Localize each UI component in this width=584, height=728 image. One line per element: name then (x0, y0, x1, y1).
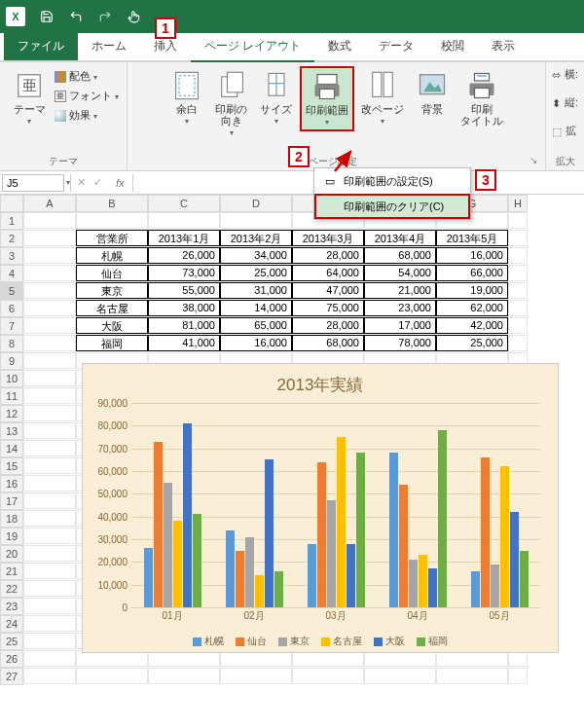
cell[interactable] (23, 563, 76, 579)
cell[interactable]: 34,000 (220, 247, 292, 264)
cell[interactable] (23, 212, 76, 229)
cell[interactable] (23, 370, 76, 386)
cell[interactable]: 14,000 (220, 300, 292, 316)
cell[interactable] (220, 668, 292, 684)
cell[interactable]: 東京 (76, 282, 148, 299)
row-header[interactable]: 1 (0, 212, 23, 230)
cell[interactable]: 81,000 (148, 317, 220, 334)
breaks-button[interactable]: 改ページ▾ (356, 66, 409, 129)
cell[interactable]: 25,000 (436, 335, 508, 351)
cell[interactable]: 2013年2月 (220, 230, 292, 246)
cell[interactable]: 55,000 (148, 282, 220, 299)
cell[interactable]: 2013年3月 (292, 230, 364, 246)
cell[interactable]: 42,000 (436, 317, 508, 334)
column-header[interactable]: H (508, 195, 528, 212)
effects-button[interactable]: 効果▾ (55, 109, 119, 123)
scale-spinner[interactable]: ⬚拡 (552, 125, 576, 138)
row-header[interactable]: 22 (0, 580, 23, 598)
cell[interactable] (23, 282, 76, 299)
cell[interactable] (220, 212, 292, 229)
cell[interactable] (23, 598, 76, 614)
cell[interactable]: 62,000 (436, 300, 508, 316)
cell[interactable] (364, 668, 436, 684)
row-header[interactable]: 13 (0, 422, 23, 440)
tab-formulas[interactable]: 数式 (314, 32, 365, 60)
print-area-button[interactable]: 印刷範囲▾ (300, 66, 354, 131)
tab-review[interactable]: 校閲 (427, 32, 478, 60)
cell[interactable] (508, 247, 528, 264)
column-header[interactable]: C (148, 195, 220, 212)
row-header[interactable]: 10 (0, 370, 23, 387)
cell[interactable]: 21,000 (364, 282, 436, 299)
cell[interactable]: 66,000 (436, 265, 508, 281)
touch-mode-icon[interactable] (127, 9, 142, 24)
cell[interactable]: 福岡 (76, 335, 148, 351)
cell[interactable]: 16,000 (220, 335, 292, 351)
cell[interactable]: 26,000 (148, 247, 220, 264)
cell[interactable]: 38,000 (148, 300, 220, 316)
column-header[interactable]: D (220, 195, 292, 212)
cell[interactable]: 札幌 (76, 247, 148, 264)
row-header[interactable]: 5 (0, 282, 23, 300)
cell[interactable]: 75,000 (292, 300, 364, 316)
cell[interactable] (23, 247, 76, 264)
cell[interactable] (23, 615, 76, 632)
save-icon[interactable] (39, 9, 55, 24)
cell[interactable] (508, 317, 528, 334)
cell[interactable]: 大阪 (76, 317, 148, 334)
name-box[interactable] (2, 174, 64, 192)
tab-home[interactable]: ホーム (78, 32, 140, 60)
tab-page-layout[interactable]: ページ レイアウト (191, 32, 314, 62)
row-header[interactable]: 19 (0, 528, 23, 545)
cell[interactable] (23, 633, 76, 649)
cell[interactable]: 64,000 (292, 265, 364, 281)
cell[interactable] (508, 265, 528, 281)
cell[interactable]: 2013年5月 (436, 230, 508, 246)
clear-print-area-item[interactable]: 印刷範囲のクリア(C) (314, 194, 470, 219)
cell[interactable]: 16,000 (436, 247, 508, 264)
cell[interactable] (23, 440, 76, 456)
row-header[interactable]: 7 (0, 317, 23, 335)
cell[interactable] (508, 668, 528, 684)
themes-button[interactable]: 亜 テーマ▾ (8, 66, 51, 129)
row-header[interactable]: 26 (0, 650, 23, 668)
cell[interactable] (23, 650, 76, 667)
row-header[interactable]: 25 (0, 633, 23, 650)
cell[interactable]: 31,000 (220, 282, 292, 299)
row-header[interactable]: 3 (0, 247, 23, 265)
row-header[interactable]: 18 (0, 510, 23, 528)
row-header[interactable]: 24 (0, 615, 23, 633)
cell[interactable]: 54,000 (364, 265, 436, 281)
tab-data[interactable]: データ (365, 32, 427, 60)
undo-icon[interactable] (68, 9, 84, 24)
cell[interactable] (148, 668, 220, 684)
cell[interactable] (76, 668, 148, 684)
tab-view[interactable]: 表示 (478, 32, 529, 60)
cell[interactable]: 68,000 (364, 247, 436, 264)
cell[interactable] (508, 300, 528, 316)
column-header[interactable]: B (76, 195, 148, 212)
cell[interactable] (436, 668, 508, 684)
cell[interactable]: 19,000 (436, 282, 508, 299)
cell[interactable]: 名古屋 (76, 300, 148, 316)
margins-button[interactable]: 余白▾ (165, 66, 208, 129)
row-header[interactable]: 12 (0, 405, 23, 422)
cell[interactable] (23, 230, 76, 246)
cell[interactable] (508, 230, 528, 246)
enter-icon[interactable]: ✓ (93, 176, 102, 189)
cell[interactable]: 仙台 (76, 265, 148, 281)
cell[interactable] (23, 545, 76, 562)
cell[interactable] (23, 475, 76, 491)
cell[interactable] (23, 335, 76, 351)
background-button[interactable]: 背景 (411, 66, 454, 119)
cell[interactable] (23, 492, 76, 509)
cell[interactable] (23, 405, 76, 421)
fonts-button[interactable]: 亜フォント▾ (55, 90, 119, 103)
cell[interactable]: 17,000 (364, 317, 436, 334)
cell[interactable] (23, 528, 76, 544)
row-header[interactable]: 11 (0, 387, 23, 405)
width-dropdown[interactable]: ⬄横: (552, 68, 578, 82)
tab-file[interactable]: ファイル (4, 32, 78, 60)
fx-icon[interactable]: fx (108, 177, 132, 189)
cell[interactable]: 23,000 (364, 300, 436, 316)
